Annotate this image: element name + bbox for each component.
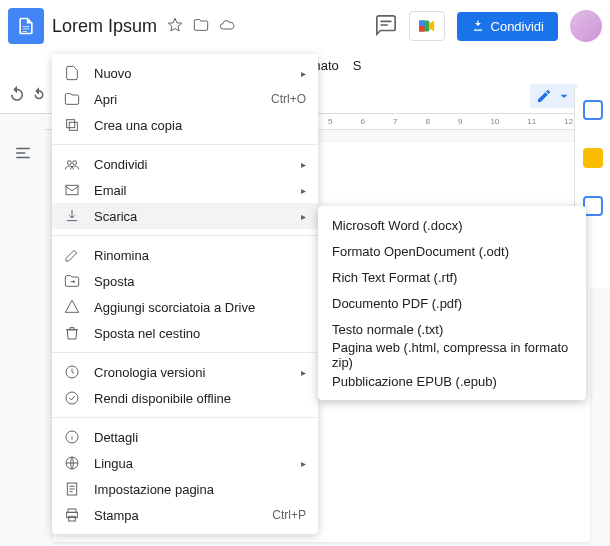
chevron-right-icon: ▸	[301, 185, 306, 196]
menu-item-open[interactable]: Apri Ctrl+O	[52, 86, 318, 112]
drive-icon	[64, 299, 82, 315]
menu-item-email[interactable]: Email ▸	[52, 177, 318, 203]
submenu-item-docx[interactable]: Microsoft Word (.docx)	[318, 212, 586, 238]
comments-icon[interactable]	[375, 14, 397, 39]
svg-rect-3	[69, 122, 77, 130]
chevron-right-icon: ▸	[301, 458, 306, 469]
submenu-item-txt[interactable]: Testo normale (.txt)	[318, 316, 586, 342]
chevron-right-icon: ▸	[301, 211, 306, 222]
share-label: Condividi	[491, 19, 544, 34]
undo-icon[interactable]	[8, 85, 26, 106]
avatar[interactable]	[570, 10, 602, 42]
star-icon[interactable]	[167, 17, 183, 36]
folder-icon	[64, 91, 82, 107]
calendar-icon[interactable]	[583, 100, 603, 120]
menu-item-rename[interactable]: Rinomina	[52, 242, 318, 268]
submenu-item-pdf[interactable]: Documento PDF (.pdf)	[318, 290, 586, 316]
rename-icon	[64, 247, 82, 263]
svg-point-6	[73, 161, 77, 165]
menu-item-move[interactable]: Sposta	[52, 268, 318, 294]
globe-icon	[64, 455, 82, 471]
svg-rect-7	[66, 185, 78, 194]
document-title[interactable]: Lorem Ipsum	[52, 16, 157, 37]
menu-item-new[interactable]: Nuovo ▸	[52, 60, 318, 86]
svg-rect-15	[69, 516, 76, 521]
submenu-item-epub[interactable]: Pubblicazione EPUB (.epub)	[318, 368, 586, 394]
menu-item-offline[interactable]: Rendi disponibile offline	[52, 385, 318, 411]
editing-mode-button[interactable]	[530, 84, 578, 108]
offline-icon	[64, 390, 82, 406]
menu-item-trash[interactable]: Sposta nel cestino	[52, 320, 318, 346]
move-icon[interactable]	[193, 17, 209, 36]
submenu-item-rtf[interactable]: Rich Text Format (.rtf)	[318, 264, 586, 290]
menu-item-drive-shortcut[interactable]: Aggiungi scorciatoia a Drive	[52, 294, 318, 320]
svg-point-9	[66, 392, 78, 404]
menu-item-details[interactable]: Dettagli	[52, 424, 318, 450]
redo-icon[interactable]	[30, 85, 48, 106]
share-button[interactable]: Condividi	[457, 12, 558, 41]
menu-item-history[interactable]: Cronologia versioni ▸	[52, 359, 318, 385]
menu-more[interactable]: S	[346, 55, 369, 76]
menu-item-download[interactable]: Scarica ▸	[52, 203, 318, 229]
svg-rect-1	[419, 20, 425, 26]
svg-rect-2	[419, 26, 425, 32]
menu-item-language[interactable]: Lingua ▸	[52, 450, 318, 476]
page-icon	[64, 481, 82, 497]
email-icon	[64, 182, 82, 198]
copy-icon	[64, 117, 82, 133]
trash-icon	[64, 325, 82, 341]
download-icon	[64, 208, 82, 224]
chevron-right-icon: ▸	[301, 159, 306, 170]
chevron-right-icon: ▸	[301, 68, 306, 79]
docs-logo[interactable]	[8, 8, 44, 44]
doc-icon	[64, 65, 82, 81]
move-folder-icon	[64, 273, 82, 289]
history-icon	[64, 364, 82, 380]
download-submenu: Microsoft Word (.docx) Formato OpenDocum…	[318, 206, 586, 400]
svg-rect-13	[68, 509, 76, 512]
info-icon	[64, 429, 82, 445]
svg-rect-4	[67, 120, 75, 128]
print-icon	[64, 507, 82, 523]
cloud-icon[interactable]	[219, 17, 235, 36]
chevron-right-icon: ▸	[301, 367, 306, 378]
outline-toggle[interactable]	[0, 114, 45, 546]
svg-point-5	[67, 161, 71, 165]
keep-icon[interactable]	[583, 148, 603, 168]
file-menu: Nuovo ▸ Apri Ctrl+O Crea una copia Condi…	[52, 54, 318, 534]
menu-item-print[interactable]: Stampa Ctrl+P	[52, 502, 318, 528]
submenu-item-html[interactable]: Pagina web (.html, compressa in formato …	[318, 342, 586, 368]
menu-item-share[interactable]: Condividi ▸	[52, 151, 318, 177]
menu-item-copy[interactable]: Crea una copia	[52, 112, 318, 138]
submenu-item-odt[interactable]: Formato OpenDocument (.odt)	[318, 238, 586, 264]
meet-icon[interactable]	[409, 11, 445, 41]
share-icon	[64, 156, 82, 172]
menu-item-page-setup[interactable]: Impostazione pagina	[52, 476, 318, 502]
